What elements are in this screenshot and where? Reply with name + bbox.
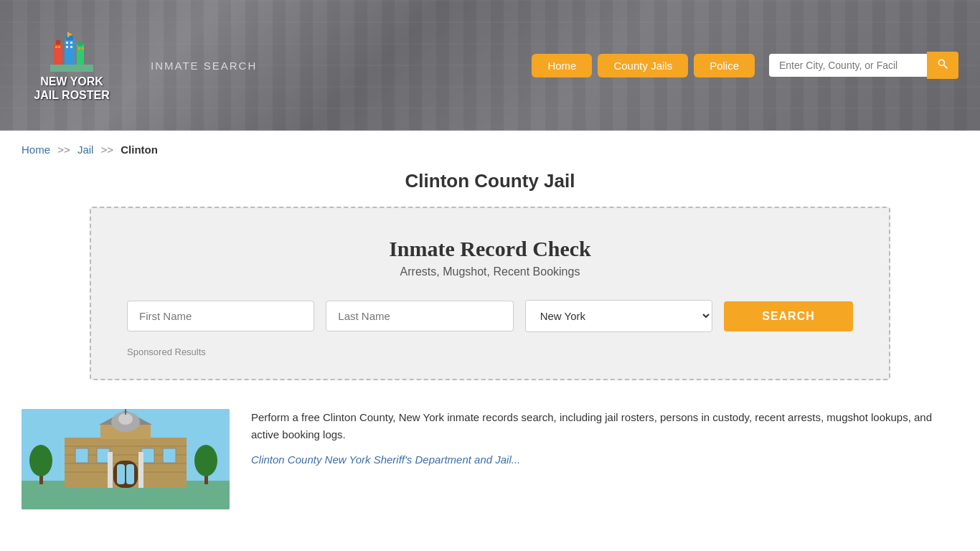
last-name-input[interactable] bbox=[326, 301, 513, 331]
building-image bbox=[22, 409, 230, 509]
header-search-bar bbox=[769, 52, 958, 79]
building-svg bbox=[22, 409, 230, 509]
svg-rect-35 bbox=[163, 448, 176, 463]
logo-text: NEW YORK JAIL ROSTER bbox=[34, 75, 110, 102]
svg-rect-39 bbox=[108, 452, 113, 488]
state-select[interactable]: New York Alabama Alaska Arizona Arkansas… bbox=[525, 300, 712, 332]
breadcrumb-jail-link[interactable]: Jail bbox=[77, 143, 94, 156]
svg-rect-12 bbox=[70, 46, 72, 48]
svg-point-30 bbox=[118, 413, 133, 425]
first-name-input[interactable] bbox=[127, 301, 314, 331]
search-button[interactable]: SEARCH bbox=[724, 301, 853, 331]
svg-rect-7 bbox=[55, 46, 57, 48]
search-icon bbox=[937, 58, 948, 70]
svg-rect-10 bbox=[70, 42, 72, 44]
svg-rect-40 bbox=[138, 452, 143, 488]
svg-rect-14 bbox=[82, 47, 84, 50]
header-search-button[interactable] bbox=[927, 52, 958, 79]
description-link[interactable]: Clinton County New York Sheriff's Depart… bbox=[251, 453, 520, 466]
svg-rect-32 bbox=[75, 448, 88, 463]
svg-rect-2 bbox=[56, 40, 60, 44]
svg-line-19 bbox=[944, 65, 948, 69]
svg-rect-38 bbox=[126, 464, 134, 484]
breadcrumb-current: Clinton bbox=[121, 143, 158, 156]
breadcrumb-sep-1: >> bbox=[57, 143, 70, 156]
svg-rect-4 bbox=[66, 36, 73, 40]
logo-area: NEW YORK JAIL ROSTER bbox=[22, 29, 122, 102]
breadcrumb-sep-2: >> bbox=[101, 143, 114, 156]
nav-county-jails-button[interactable]: County Jails bbox=[598, 54, 688, 77]
svg-rect-17 bbox=[50, 65, 93, 72]
search-form-row: New York Alabama Alaska Arizona Arkansas… bbox=[127, 300, 853, 332]
svg-rect-9 bbox=[66, 42, 68, 44]
breadcrumb: Home >> Jail >> Clinton bbox=[0, 131, 980, 163]
svg-rect-13 bbox=[78, 47, 80, 50]
svg-point-42 bbox=[29, 445, 52, 476]
bottom-section: Perform a free Clinton County, New York … bbox=[0, 395, 980, 524]
svg-rect-37 bbox=[117, 464, 125, 484]
logo-icon bbox=[50, 29, 93, 72]
inmate-search-label: INMATE SEARCH bbox=[151, 60, 257, 72]
description-text: Perform a free Clinton County, New York … bbox=[251, 409, 958, 466]
page-title: Clinton County Jail bbox=[0, 170, 980, 192]
header-search-input[interactable] bbox=[769, 54, 927, 77]
svg-rect-6 bbox=[78, 42, 83, 46]
svg-point-18 bbox=[938, 60, 944, 65]
nav-area: Home County Jails Police bbox=[532, 52, 958, 79]
nav-home-button[interactable]: Home bbox=[532, 54, 592, 77]
record-check-title: Inmate Record Check bbox=[127, 237, 853, 261]
breadcrumb-home-link[interactable]: Home bbox=[22, 143, 50, 156]
description-paragraph-1: Perform a free Clinton County, New York … bbox=[251, 409, 958, 443]
svg-point-44 bbox=[194, 445, 217, 476]
record-check-subtitle: Arrests, Mugshot, Recent Bookings bbox=[127, 265, 853, 278]
record-check-box: Inmate Record Check Arrests, Mugshot, Re… bbox=[90, 207, 890, 380]
svg-rect-11 bbox=[66, 46, 68, 48]
nav-police-button[interactable]: Police bbox=[694, 54, 755, 77]
header: NEW YORK JAIL ROSTER INMATE SEARCH Home … bbox=[0, 0, 980, 131]
sponsored-results-label: Sponsored Results bbox=[127, 347, 853, 357]
svg-rect-8 bbox=[58, 46, 60, 48]
